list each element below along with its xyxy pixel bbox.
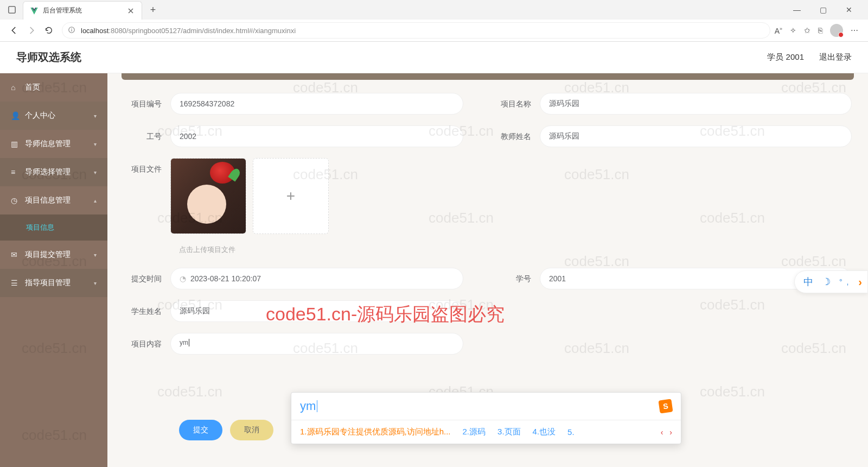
- tab-close-icon[interactable]: [126, 7, 135, 15]
- chevron-down-icon: ▾: [94, 113, 97, 119]
- project-no-input[interactable]: 1692584372082: [170, 93, 463, 115]
- sidebar-item-label: 导师选择管理: [25, 167, 71, 177]
- sidebar-subitem-project-info[interactable]: 项目信息: [0, 214, 107, 241]
- lang-icon[interactable]: 中: [803, 275, 813, 288]
- home-icon: ⌂: [11, 83, 20, 92]
- list-icon: ▥: [11, 140, 20, 148]
- project-icon: ◷: [11, 196, 20, 205]
- tab-title: 后台管理系统: [43, 6, 122, 15]
- translate-icon[interactable]: ✧: [790, 26, 796, 35]
- ime-prev-page[interactable]: ‹: [661, 428, 663, 437]
- sidebar-item-home[interactable]: ⌂ 首页: [0, 73, 107, 102]
- expand-arrow-icon[interactable]: ›: [858, 276, 862, 288]
- minimize-button[interactable]: —: [789, 5, 805, 14]
- field-label: 项目名称: [488, 93, 540, 115]
- tabs-overview-icon[interactable]: [4, 2, 20, 17]
- ime-candidate-box: ym S 1.源码乐园专注提供优质源码,访问地址h... 2.源码 3.页面 4…: [291, 392, 681, 444]
- new-tab-button[interactable]: +: [145, 2, 161, 17]
- select-icon: ≡: [11, 168, 20, 176]
- close-window-button[interactable]: ✕: [841, 5, 857, 14]
- sidebar-item-label: 首页: [25, 83, 40, 92]
- chevron-down-icon: ▾: [94, 169, 97, 175]
- chevron-down-icon: ▾: [94, 252, 97, 258]
- svg-rect-2: [71, 29, 72, 31]
- site-info-icon[interactable]: [68, 26, 75, 35]
- app-title: 导师双选系统: [16, 50, 81, 65]
- chevron-up-icon: ▴: [94, 198, 97, 204]
- student-name-input[interactable]: 源码乐园: [170, 300, 463, 322]
- submit-button[interactable]: 提交: [179, 420, 222, 440]
- address-bar: localhost:8080/springboot05127/admin/dis…: [0, 20, 868, 41]
- sidebar-item-tutor-info[interactable]: ▥ 导师信息管理 ▾: [0, 130, 107, 158]
- ime-candidate[interactable]: 2.源码: [463, 427, 486, 437]
- side-float-panel[interactable]: 中 ☽ ° , ›: [794, 270, 868, 293]
- url-field[interactable]: localhost:8080/springboot05127/admin/dis…: [62, 22, 770, 39]
- svg-rect-3: [71, 28, 72, 28]
- url-text: localhost:8080/springboot05127/admin/dis…: [81, 27, 296, 35]
- clock-icon: ◔: [180, 274, 186, 283]
- sidebar-item-label: 个人中心: [25, 111, 55, 121]
- vue-favicon-icon: [30, 7, 39, 15]
- browser-tab[interactable]: 后台管理系统: [23, 1, 142, 20]
- collections-icon[interactable]: ⎘: [818, 26, 822, 35]
- submit-time-input[interactable]: ◔ 2023-08-21 10:20:07: [170, 268, 463, 289]
- maximize-button[interactable]: ▢: [815, 5, 831, 14]
- refresh-button[interactable]: [40, 22, 58, 39]
- sidebar-item-project-submit[interactable]: ✉ 项目提交管理 ▾: [0, 241, 107, 269]
- moon-icon[interactable]: ☽: [822, 276, 831, 288]
- favorite-icon[interactable]: ✩: [804, 26, 810, 35]
- field-label: 教师姓名: [488, 125, 540, 147]
- ime-candidate[interactable]: 1.源码乐园专注提供优质源码,访问地址h...: [300, 427, 451, 437]
- sidebar-item-label: 指导项目管理: [25, 278, 71, 288]
- project-content-textarea[interactable]: ym: [170, 333, 463, 355]
- comma-icon[interactable]: ° ,: [839, 277, 850, 286]
- svg-rect-0: [9, 7, 15, 13]
- content-band: [122, 73, 854, 80]
- sidebar-subitem-label: 项目信息: [26, 223, 54, 232]
- cancel-button[interactable]: 取消: [230, 420, 273, 440]
- sidebar-item-label: 导师信息管理: [25, 139, 71, 149]
- sidebar: ⌂ 首页 👤 个人中心 ▾ ▥ 导师信息管理 ▾ ≡ 导师选择管理 ▾ ◷ 项目…: [0, 73, 107, 467]
- user-label[interactable]: 学员 2001: [767, 52, 804, 62]
- profile-avatar[interactable]: [830, 24, 843, 37]
- more-icon[interactable]: ⋯: [851, 26, 858, 35]
- sidebar-item-label: 项目信息管理: [25, 195, 71, 205]
- job-no-input[interactable]: 2002: [170, 125, 463, 147]
- forward-button[interactable]: [23, 22, 40, 39]
- ime-next-page[interactable]: ›: [669, 428, 672, 437]
- ime-candidate[interactable]: 3.页面: [497, 427, 521, 437]
- sidebar-item-guide-project[interactable]: ☰ 指导项目管理 ▾: [0, 269, 107, 297]
- project-name-input[interactable]: 源码乐园: [540, 93, 852, 115]
- sidebar-item-label: 项目提交管理: [25, 250, 71, 260]
- teacher-name-input[interactable]: 源码乐园: [540, 125, 852, 147]
- field-label: 学号: [488, 268, 540, 289]
- app-header: 导师双选系统 学员 2001 退出登录: [0, 42, 868, 73]
- back-button[interactable]: [5, 22, 23, 39]
- field-label: 工号: [118, 125, 170, 147]
- field-label: 项目编号: [118, 93, 170, 115]
- ime-candidate[interactable]: 5.: [567, 427, 575, 437]
- field-label: 项目文件: [118, 158, 170, 180]
- sidebar-item-tutor-select[interactable]: ≡ 导师选择管理 ▾: [0, 158, 107, 186]
- submit-icon: ✉: [11, 250, 20, 259]
- read-aloud-icon[interactable]: A»: [775, 26, 782, 35]
- sidebar-item-project-info[interactable]: ◷ 项目信息管理 ▴: [0, 186, 107, 214]
- chevron-down-icon: ▾: [94, 280, 97, 286]
- chevron-down-icon: ▾: [94, 141, 97, 147]
- sidebar-item-personal[interactable]: 👤 个人中心 ▾: [0, 102, 107, 130]
- upload-add-button[interactable]: +: [253, 158, 329, 234]
- ime-composition: ym: [300, 399, 316, 413]
- browser-tab-bar: 后台管理系统 + — ▢ ✕: [0, 0, 868, 20]
- window-controls: — ▢ ✕: [789, 5, 864, 14]
- guide-icon: ☰: [11, 279, 20, 287]
- field-label: 学生姓名: [118, 300, 170, 322]
- field-label: 项目内容: [118, 333, 170, 355]
- upload-hint: 点击上传项目文件: [179, 245, 857, 255]
- logout-link[interactable]: 退出登录: [819, 52, 852, 62]
- upload-thumbnail[interactable]: [170, 158, 246, 234]
- user-icon: 👤: [11, 111, 20, 120]
- field-label: 提交时间: [118, 268, 170, 289]
- sogou-logo-icon: S: [658, 399, 673, 413]
- ime-candidate[interactable]: 4.也没: [533, 427, 556, 437]
